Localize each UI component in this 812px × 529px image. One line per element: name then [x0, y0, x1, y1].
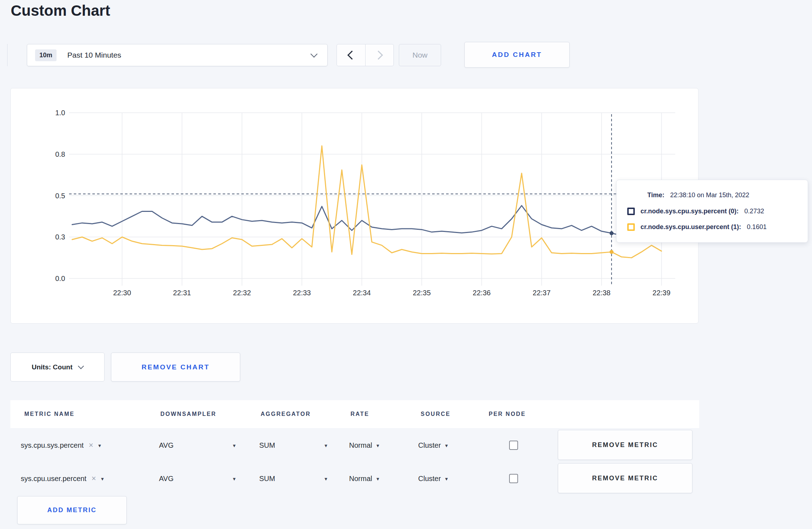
units-label: Units: Count — [32, 363, 73, 371]
rate-value: Normal — [349, 475, 372, 483]
time-window-badge: 10m — [35, 49, 57, 61]
per-node-checkbox[interactable] — [509, 474, 518, 483]
custom-chart-page: Custom Chart 10m Past 10 Minutes Now ADD… — [0, 0, 812, 529]
svg-text:22:31: 22:31 — [173, 289, 191, 297]
tooltip-time-label: Time: — [647, 191, 664, 199]
chart-card: 0.00.30.50.81.022:3022:3122:3222:3322:34… — [10, 88, 699, 324]
units-select[interactable]: Units: Count — [10, 353, 105, 382]
toolbar-divider — [7, 44, 8, 66]
rate-select[interactable]: Normal ▾ — [349, 463, 379, 494]
svg-text:22:30: 22:30 — [113, 289, 131, 297]
svg-text:22:35: 22:35 — [413, 289, 431, 297]
downsampler-select[interactable]: AVG ▾ — [159, 463, 236, 494]
source-select[interactable]: Cluster ▾ — [418, 463, 448, 494]
downsampler-select[interactable]: AVG ▾ — [159, 430, 236, 461]
clear-metric-icon[interactable]: × — [89, 441, 93, 449]
header-aggregator: AGGREGATOR — [261, 400, 311, 428]
caret-down-icon: ▾ — [324, 476, 327, 481]
tooltip-series-label: cr.node.sys.cpu.user.percent (1): — [641, 223, 741, 231]
aggregator-value: SUM — [259, 475, 275, 483]
clear-metric-icon[interactable]: × — [91, 475, 96, 482]
prev-time-button[interactable] — [337, 44, 366, 66]
tooltip-series-value: 0.2732 — [744, 208, 764, 215]
chevron-down-icon — [310, 50, 318, 58]
header-downsampler: DOWNSAMPLER — [160, 400, 216, 428]
svg-text:22:38: 22:38 — [593, 289, 610, 297]
aggregator-value: SUM — [259, 441, 275, 450]
page-title: Custom Chart — [11, 2, 110, 19]
chart-tooltip: Time: 22:38:10 on Mar 15th, 2022 cr.node… — [616, 180, 808, 243]
caret-down-icon: ▾ — [376, 476, 379, 481]
remove-metric-button[interactable]: REMOVE METRIC — [558, 463, 692, 493]
svg-text:0.0: 0.0 — [55, 275, 65, 282]
caret-down-icon: ▾ — [233, 476, 236, 481]
time-window-label: Past 10 Minutes — [67, 51, 121, 59]
series-swatch-icon — [627, 223, 635, 231]
next-time-button[interactable] — [365, 44, 394, 66]
svg-text:22:39: 22:39 — [653, 289, 671, 297]
svg-text:22:32: 22:32 — [233, 289, 251, 297]
caret-down-icon: ▾ — [101, 476, 104, 481]
metric-name-select[interactable]: sys.cpu.sys.percent × ▾ — [21, 430, 101, 461]
remove-chart-button[interactable]: REMOVE CHART — [111, 353, 240, 382]
per-node-cell — [509, 463, 518, 494]
downsampler-value: AVG — [159, 441, 174, 450]
caret-down-icon: ▾ — [98, 443, 101, 448]
tooltip-series-row: cr.node.sys.cpu.user.percent (1): 0.1601 — [627, 223, 808, 231]
tooltip-time-row: Time: 22:38:10 on Mar 15th, 2022 — [647, 191, 808, 199]
table-row: sys.cpu.sys.percent × ▾ AVG ▾ SUM ▾ Norm… — [10, 430, 699, 461]
svg-text:22:36: 22:36 — [473, 289, 490, 297]
source-value: Cluster — [418, 441, 441, 450]
now-button[interactable]: Now — [399, 44, 441, 66]
remove-metric-button[interactable]: REMOVE METRIC — [558, 430, 692, 460]
chart-plot-area[interactable]: 0.00.30.50.81.022:3022:3122:3222:3322:34… — [11, 88, 698, 323]
header-per-node: PER NODE — [489, 400, 526, 428]
source-select[interactable]: Cluster ▾ — [418, 430, 448, 461]
series-swatch-icon — [627, 208, 635, 215]
tooltip-series-value: 0.1601 — [747, 223, 767, 231]
tooltip-series-row: cr.node.sys.cpu.sys.percent (0): 0.2732 — [627, 208, 808, 215]
chevron-down-icon — [78, 363, 84, 369]
per-node-cell — [509, 430, 518, 461]
caret-down-icon: ▾ — [324, 443, 327, 448]
time-nav-group — [337, 44, 394, 66]
rate-value: Normal — [349, 441, 372, 450]
caret-down-icon: ▾ — [376, 443, 379, 448]
metric-name: sys.cpu.sys.percent — [21, 441, 84, 450]
rate-select[interactable]: Normal ▾ — [349, 430, 379, 461]
svg-text:22:33: 22:33 — [293, 289, 311, 297]
svg-text:0.8: 0.8 — [55, 150, 65, 158]
per-node-checkbox[interactable] — [509, 441, 518, 450]
metric-name: sys.cpu.user.percent — [21, 475, 86, 483]
table-row: sys.cpu.user.percent × ▾ AVG ▾ SUM ▾ Nor… — [10, 463, 699, 494]
tooltip-series-label: cr.node.sys.cpu.sys.percent (0): — [641, 208, 739, 215]
aggregator-select[interactable]: SUM ▾ — [259, 430, 327, 461]
metric-name-select[interactable]: sys.cpu.user.percent × ▾ — [21, 463, 104, 494]
header-source: SOURCE — [421, 400, 450, 428]
svg-text:1.0: 1.0 — [55, 109, 65, 117]
svg-text:0.3: 0.3 — [55, 233, 65, 241]
chevron-right-icon — [374, 50, 383, 59]
caret-down-icon: ▾ — [445, 443, 448, 448]
header-rate: RATE — [351, 400, 369, 428]
aggregator-select[interactable]: SUM ▾ — [259, 463, 327, 494]
caret-down-icon: ▾ — [233, 443, 236, 448]
tooltip-time-value: 22:38:10 on Mar 15th, 2022 — [670, 191, 749, 199]
time-window-select[interactable]: 10m Past 10 Minutes — [27, 44, 328, 66]
add-metric-button[interactable]: ADD METRIC — [17, 496, 127, 524]
svg-text:22:37: 22:37 — [533, 289, 551, 297]
chevron-left-icon — [348, 50, 357, 59]
metrics-table-header: METRIC NAME DOWNSAMPLER AGGREGATOR RATE … — [10, 400, 699, 428]
header-metric-name: METRIC NAME — [24, 400, 74, 428]
source-value: Cluster — [418, 475, 441, 483]
add-chart-button[interactable]: ADD CHART — [464, 42, 570, 68]
svg-text:22:34: 22:34 — [353, 289, 371, 297]
downsampler-value: AVG — [159, 475, 174, 483]
caret-down-icon: ▾ — [445, 476, 448, 481]
svg-text:0.5: 0.5 — [55, 192, 65, 200]
